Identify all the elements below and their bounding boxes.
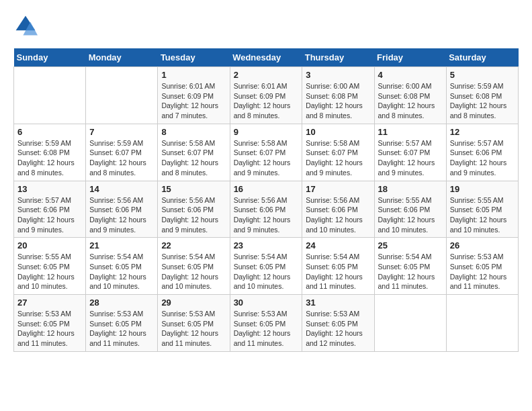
calendar-cell bbox=[14, 67, 86, 124]
day-info: Sunrise: 6:00 AM Sunset: 6:08 PM Dayligh… bbox=[306, 81, 370, 121]
calendar-cell: 24Sunrise: 5:54 AM Sunset: 6:05 PM Dayli… bbox=[302, 238, 374, 295]
day-number: 30 bbox=[234, 298, 299, 308]
weekday-header-wednesday: Wednesday bbox=[230, 48, 302, 67]
day-info: Sunrise: 5:57 AM Sunset: 6:06 PM Dayligh… bbox=[17, 195, 82, 235]
calendar-table: SundayMondayTuesdayWednesdayThursdayFrid… bbox=[13, 48, 519, 352]
calendar-cell: 4Sunrise: 6:00 AM Sunset: 6:08 PM Daylig… bbox=[374, 67, 446, 124]
calendar-cell: 13Sunrise: 5:57 AM Sunset: 6:06 PM Dayli… bbox=[14, 181, 86, 238]
day-number: 13 bbox=[17, 184, 82, 194]
day-info: Sunrise: 5:55 AM Sunset: 6:06 PM Dayligh… bbox=[378, 195, 443, 235]
day-info: Sunrise: 5:57 AM Sunset: 6:06 PM Dayligh… bbox=[450, 138, 515, 178]
day-info: Sunrise: 5:53 AM Sunset: 6:05 PM Dayligh… bbox=[17, 309, 82, 349]
calendar-cell: 23Sunrise: 5:54 AM Sunset: 6:05 PM Dayli… bbox=[230, 238, 302, 295]
day-info: Sunrise: 5:59 AM Sunset: 6:08 PM Dayligh… bbox=[450, 81, 515, 121]
day-number: 25 bbox=[378, 240, 443, 250]
day-number: 12 bbox=[450, 127, 515, 137]
calendar-week-5: 27Sunrise: 5:53 AM Sunset: 6:05 PM Dayli… bbox=[14, 295, 519, 352]
day-info: Sunrise: 5:58 AM Sunset: 6:07 PM Dayligh… bbox=[234, 138, 299, 178]
day-info: Sunrise: 5:53 AM Sunset: 6:05 PM Dayligh… bbox=[234, 309, 299, 349]
calendar-cell bbox=[86, 67, 158, 124]
calendar-cell: 25Sunrise: 5:54 AM Sunset: 6:05 PM Dayli… bbox=[374, 238, 446, 295]
calendar-cell: 1Sunrise: 6:01 AM Sunset: 6:09 PM Daylig… bbox=[158, 67, 230, 124]
calendar-cell: 15Sunrise: 5:56 AM Sunset: 6:06 PM Dayli… bbox=[158, 181, 230, 238]
day-info: Sunrise: 5:54 AM Sunset: 6:05 PM Dayligh… bbox=[234, 252, 299, 291]
day-number: 23 bbox=[234, 240, 299, 250]
calendar-week-4: 20Sunrise: 5:55 AM Sunset: 6:05 PM Dayli… bbox=[14, 238, 519, 295]
calendar-cell: 30Sunrise: 5:53 AM Sunset: 6:05 PM Dayli… bbox=[230, 295, 302, 352]
calendar-cell: 17Sunrise: 5:56 AM Sunset: 6:06 PM Dayli… bbox=[302, 181, 374, 238]
weekday-header-monday: Monday bbox=[86, 48, 158, 67]
calendar-cell: 28Sunrise: 5:53 AM Sunset: 6:05 PM Dayli… bbox=[86, 295, 158, 352]
day-number: 10 bbox=[306, 127, 370, 137]
calendar-cell: 31Sunrise: 5:53 AM Sunset: 6:05 PM Dayli… bbox=[302, 295, 374, 352]
day-info: Sunrise: 5:56 AM Sunset: 6:06 PM Dayligh… bbox=[89, 195, 154, 235]
weekday-header-saturday: Saturday bbox=[446, 48, 518, 67]
weekday-header-row: SundayMondayTuesdayWednesdayThursdayFrid… bbox=[14, 48, 519, 67]
calendar-cell bbox=[374, 295, 446, 352]
calendar-cell: 29Sunrise: 5:53 AM Sunset: 6:05 PM Dayli… bbox=[158, 295, 230, 352]
page-header bbox=[13, 13, 519, 38]
day-info: Sunrise: 5:56 AM Sunset: 6:06 PM Dayligh… bbox=[161, 195, 226, 235]
day-info: Sunrise: 6:01 AM Sunset: 6:09 PM Dayligh… bbox=[234, 81, 299, 121]
day-number: 28 bbox=[89, 298, 154, 308]
calendar-cell: 9Sunrise: 5:58 AM Sunset: 6:07 PM Daylig… bbox=[230, 124, 302, 181]
day-number: 7 bbox=[89, 127, 154, 137]
calendar-cell: 26Sunrise: 5:53 AM Sunset: 6:05 PM Dayli… bbox=[446, 238, 518, 295]
calendar-cell: 27Sunrise: 5:53 AM Sunset: 6:05 PM Dayli… bbox=[14, 295, 86, 352]
calendar-cell: 18Sunrise: 5:55 AM Sunset: 6:06 PM Dayli… bbox=[374, 181, 446, 238]
calendar-cell: 20Sunrise: 5:55 AM Sunset: 6:05 PM Dayli… bbox=[14, 238, 86, 295]
day-number: 26 bbox=[450, 240, 515, 250]
weekday-header-sunday: Sunday bbox=[14, 48, 86, 67]
day-number: 18 bbox=[378, 184, 443, 194]
calendar-cell: 14Sunrise: 5:56 AM Sunset: 6:06 PM Dayli… bbox=[86, 181, 158, 238]
day-number: 3 bbox=[306, 70, 370, 80]
calendar-cell: 22Sunrise: 5:54 AM Sunset: 6:05 PM Dayli… bbox=[158, 238, 230, 295]
day-number: 11 bbox=[378, 127, 443, 137]
calendar-week-1: 1Sunrise: 6:01 AM Sunset: 6:09 PM Daylig… bbox=[14, 67, 519, 124]
day-info: Sunrise: 5:56 AM Sunset: 6:06 PM Dayligh… bbox=[306, 195, 370, 235]
day-number: 15 bbox=[161, 184, 226, 194]
day-number: 24 bbox=[306, 240, 370, 250]
logo-icon bbox=[13, 13, 38, 38]
day-number: 2 bbox=[234, 70, 299, 80]
day-info: Sunrise: 5:57 AM Sunset: 6:07 PM Dayligh… bbox=[378, 138, 443, 178]
day-number: 6 bbox=[17, 127, 82, 137]
calendar-cell: 19Sunrise: 5:55 AM Sunset: 6:05 PM Dayli… bbox=[446, 181, 518, 238]
day-info: Sunrise: 5:59 AM Sunset: 6:08 PM Dayligh… bbox=[17, 138, 82, 178]
calendar-week-2: 6Sunrise: 5:59 AM Sunset: 6:08 PM Daylig… bbox=[14, 124, 519, 181]
day-number: 19 bbox=[450, 184, 515, 194]
day-number: 29 bbox=[161, 298, 226, 308]
calendar-cell bbox=[446, 295, 518, 352]
calendar-cell: 21Sunrise: 5:54 AM Sunset: 6:05 PM Dayli… bbox=[86, 238, 158, 295]
day-info: Sunrise: 6:01 AM Sunset: 6:09 PM Dayligh… bbox=[161, 81, 226, 121]
day-info: Sunrise: 5:58 AM Sunset: 6:07 PM Dayligh… bbox=[306, 138, 370, 178]
calendar-cell: 5Sunrise: 5:59 AM Sunset: 6:08 PM Daylig… bbox=[446, 67, 518, 124]
day-info: Sunrise: 6:00 AM Sunset: 6:08 PM Dayligh… bbox=[378, 81, 443, 121]
weekday-header-tuesday: Tuesday bbox=[158, 48, 230, 67]
day-info: Sunrise: 5:54 AM Sunset: 6:05 PM Dayligh… bbox=[378, 252, 443, 291]
day-info: Sunrise: 5:54 AM Sunset: 6:05 PM Dayligh… bbox=[306, 252, 370, 291]
day-number: 27 bbox=[17, 298, 82, 308]
day-number: 22 bbox=[161, 240, 226, 250]
day-number: 31 bbox=[306, 298, 370, 308]
calendar-cell: 3Sunrise: 6:00 AM Sunset: 6:08 PM Daylig… bbox=[302, 67, 374, 124]
day-info: Sunrise: 5:59 AM Sunset: 6:07 PM Dayligh… bbox=[89, 138, 154, 178]
calendar-cell: 16Sunrise: 5:56 AM Sunset: 6:06 PM Dayli… bbox=[230, 181, 302, 238]
day-info: Sunrise: 5:54 AM Sunset: 6:05 PM Dayligh… bbox=[89, 252, 154, 291]
day-number: 14 bbox=[89, 184, 154, 194]
calendar-cell: 8Sunrise: 5:58 AM Sunset: 6:07 PM Daylig… bbox=[158, 124, 230, 181]
day-info: Sunrise: 5:58 AM Sunset: 6:07 PM Dayligh… bbox=[161, 138, 226, 178]
day-number: 8 bbox=[161, 127, 226, 137]
day-info: Sunrise: 5:56 AM Sunset: 6:06 PM Dayligh… bbox=[234, 195, 299, 235]
calendar-cell: 11Sunrise: 5:57 AM Sunset: 6:07 PM Dayli… bbox=[374, 124, 446, 181]
calendar-cell: 7Sunrise: 5:59 AM Sunset: 6:07 PM Daylig… bbox=[86, 124, 158, 181]
day-number: 21 bbox=[89, 240, 154, 250]
logo bbox=[13, 13, 40, 38]
day-number: 9 bbox=[234, 127, 299, 137]
day-number: 5 bbox=[450, 70, 515, 80]
calendar-cell: 2Sunrise: 6:01 AM Sunset: 6:09 PM Daylig… bbox=[230, 67, 302, 124]
day-info: Sunrise: 5:55 AM Sunset: 6:05 PM Dayligh… bbox=[17, 252, 82, 291]
day-number: 20 bbox=[17, 240, 82, 250]
day-info: Sunrise: 5:53 AM Sunset: 6:05 PM Dayligh… bbox=[161, 309, 226, 349]
day-info: Sunrise: 5:55 AM Sunset: 6:05 PM Dayligh… bbox=[450, 195, 515, 235]
